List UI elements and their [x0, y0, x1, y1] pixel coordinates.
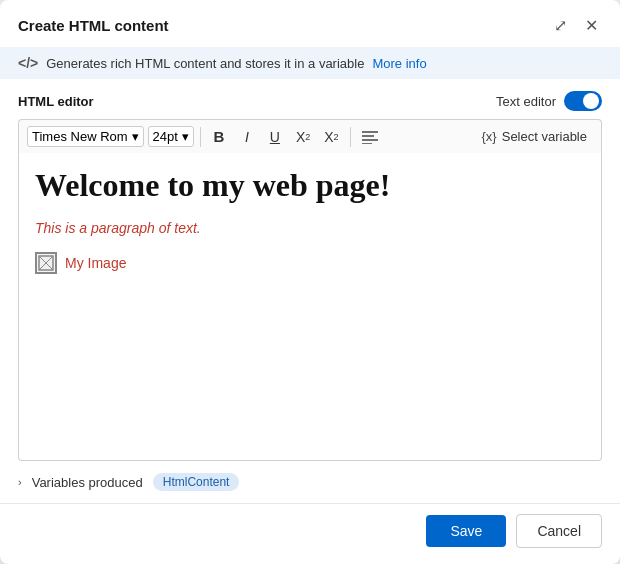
align-button[interactable]	[357, 127, 383, 147]
dialog-footer: Save Cancel	[0, 503, 620, 564]
more-info-link[interactable]: More info	[372, 56, 426, 71]
variables-chevron-icon: ›	[18, 476, 22, 488]
close-button[interactable]: ✕	[581, 14, 602, 37]
code-icon: </>	[18, 55, 38, 71]
underline-button[interactable]: U	[263, 126, 287, 148]
text-editor-toggle[interactable]	[564, 91, 602, 111]
variables-row[interactable]: › Variables produced HtmlContent	[0, 461, 620, 503]
chevron-down-icon-size: ▾	[182, 129, 189, 144]
text-editor-toggle-row: Text editor	[496, 91, 602, 111]
image-icon	[38, 255, 54, 271]
editor-label-row: HTML editor Text editor	[18, 91, 602, 111]
dialog-title: Create HTML content	[18, 17, 169, 34]
chevron-down-icon: ▾	[132, 129, 139, 144]
toolbar: Times New Rom ▾ 24pt ▾ B I U X2 X2	[18, 119, 602, 153]
italic-button[interactable]: I	[235, 126, 259, 148]
content-paragraph: This is a paragraph of text.	[35, 220, 585, 236]
superscript-button[interactable]: X2	[319, 126, 343, 148]
font-family-select[interactable]: Times New Rom ▾	[27, 126, 144, 147]
editor-content[interactable]: Welcome to my web page! This is a paragr…	[18, 153, 602, 461]
save-button[interactable]: Save	[426, 515, 506, 547]
bold-button[interactable]: B	[207, 125, 231, 148]
text-editor-label: Text editor	[496, 94, 556, 109]
dialog-header: Create HTML content ⤢ ✕	[0, 0, 620, 47]
info-bar-text: Generates rich HTML content and stores i…	[46, 56, 364, 71]
align-icon	[362, 130, 378, 144]
content-heading: Welcome to my web page!	[35, 167, 585, 204]
expand-button[interactable]: ⤢	[550, 14, 571, 37]
info-bar: </> Generates rich HTML content and stor…	[0, 47, 620, 79]
image-placeholder-icon	[35, 252, 57, 274]
content-image-row: My Image	[35, 252, 585, 274]
subscript-button[interactable]: X2	[291, 126, 315, 148]
create-html-dialog: Create HTML content ⤢ ✕ </> Generates ri…	[0, 0, 620, 564]
toolbar-divider-2	[350, 127, 351, 147]
variables-label: Variables produced	[32, 475, 143, 490]
editor-section: HTML editor Text editor Times New Rom ▾ …	[0, 79, 620, 461]
toolbar-divider-1	[200, 127, 201, 147]
select-variable-button[interactable]: {x} Select variable	[476, 126, 593, 147]
font-size-select[interactable]: 24pt ▾	[148, 126, 194, 147]
image-label: My Image	[65, 255, 126, 271]
header-icons: ⤢ ✕	[550, 14, 602, 37]
variable-badge: HtmlContent	[153, 473, 240, 491]
select-variable-icon: {x}	[482, 129, 497, 144]
html-editor-label: HTML editor	[18, 94, 94, 109]
cancel-button[interactable]: Cancel	[516, 514, 602, 548]
